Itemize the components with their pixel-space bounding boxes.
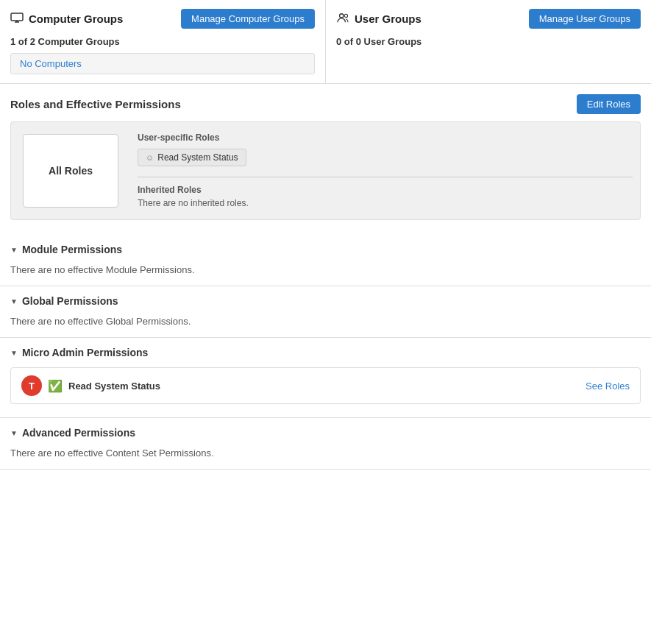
micro-admin-permission-label: Read System Status — [68, 381, 160, 392]
see-roles-link[interactable]: See Roles — [586, 381, 630, 392]
advanced-permissions-header[interactable]: ▼ Advanced Permissions — [10, 418, 641, 446]
micro-admin-permissions-content: T ✅ Read System Status See Roles — [10, 366, 641, 417]
computer-groups-label: Computer Groups — [29, 13, 123, 25]
computer-groups-header: Computer Groups Manage Computer Groups — [10, 9, 315, 29]
advanced-permissions-title: Advanced Permissions — [22, 427, 135, 439]
micro-admin-permissions-title: Micro Admin Permissions — [22, 347, 148, 358]
micro-admin-permissions-header[interactable]: ▼ Micro Admin Permissions — [10, 338, 641, 366]
module-permissions-empty: There are no effective Module Permission… — [10, 264, 195, 275]
global-permissions-section: ▼ Global Permissions There are no effect… — [0, 286, 651, 338]
computer-groups-title: Computer Groups — [10, 13, 123, 25]
global-permissions-title: Global Permissions — [22, 295, 118, 307]
svg-rect-0 — [11, 13, 23, 21]
check-circle-icon: ✅ — [48, 379, 63, 393]
user-groups-panel: User Groups Manage User Groups 0 of 0 Us… — [326, 0, 651, 83]
user-groups-count: 0 of 0 User Groups — [336, 36, 641, 47]
user-groups-title: User Groups — [336, 13, 421, 25]
global-permissions-content: There are no effective Global Permission… — [10, 314, 641, 337]
computer-groups-count: 1 of 2 Computer Groups — [10, 36, 315, 47]
monitor-icon — [10, 13, 24, 25]
read-system-status-badge[interactable]: ☺ Read System Status — [138, 149, 246, 166]
svg-point-4 — [344, 14, 347, 17]
all-roles-box: All Roles — [23, 134, 118, 208]
user-specific-roles-label: User-specific Roles — [138, 132, 633, 143]
roles-section: Roles and Effective Permissions Edit Rol… — [0, 84, 651, 235]
inherited-roles-text: There are no inherited roles. — [138, 198, 633, 208]
svg-point-3 — [340, 14, 344, 18]
micro-admin-item-left: T ✅ Read System Status — [21, 375, 160, 396]
advanced-permissions-section: ▼ Advanced Permissions There are no effe… — [0, 418, 651, 470]
roles-box: All Roles User-specific Roles ☺ Read Sys… — [10, 121, 641, 220]
module-permissions-title: Module Permissions — [22, 244, 122, 255]
micro-admin-permissions-chevron: ▼ — [10, 349, 18, 357]
advanced-permissions-empty: There are no effective Content Set Permi… — [10, 447, 214, 459]
manage-user-groups-button[interactable]: Manage User Groups — [529, 9, 641, 29]
module-permissions-chevron: ▼ — [10, 246, 18, 254]
module-permissions-header[interactable]: ▼ Module Permissions — [10, 235, 641, 263]
micro-admin-item: T ✅ Read System Status See Roles — [10, 367, 641, 404]
inherited-roles-label: Inherited Roles — [138, 185, 633, 195]
module-permissions-content: There are no effective Module Permission… — [10, 263, 641, 286]
global-permissions-empty: There are no effective Global Permission… — [10, 316, 191, 327]
top-panels: Computer Groups Manage Computer Groups 1… — [0, 0, 651, 84]
global-permissions-chevron: ▼ — [10, 297, 18, 305]
user-groups-label: User Groups — [355, 13, 421, 25]
user-role-icon: ☺ — [146, 153, 154, 162]
read-system-status-label: Read System Status — [157, 152, 238, 163]
all-roles-label: All Roles — [49, 165, 93, 177]
roles-section-header: Roles and Effective Permissions Edit Rol… — [0, 84, 651, 121]
roles-detail: User-specific Roles ☺ Read System Status… — [130, 122, 640, 219]
micro-admin-permissions-section: ▼ Micro Admin Permissions T ✅ Read Syste… — [0, 338, 651, 418]
user-groups-header: User Groups Manage User Groups — [336, 9, 641, 29]
user-group-icon — [336, 13, 349, 25]
advanced-permissions-content: There are no effective Content Set Permi… — [10, 446, 641, 469]
manage-computer-groups-button[interactable]: Manage Computer Groups — [181, 9, 315, 29]
advanced-permissions-chevron: ▼ — [10, 429, 18, 437]
computer-groups-panel: Computer Groups Manage Computer Groups 1… — [0, 0, 326, 83]
no-computers-item[interactable]: No Computers — [10, 53, 315, 74]
global-permissions-header[interactable]: ▼ Global Permissions — [10, 286, 641, 314]
edit-roles-button[interactable]: Edit Roles — [577, 94, 641, 114]
tanium-logo-icon: T — [21, 375, 42, 396]
roles-section-title: Roles and Effective Permissions — [10, 98, 181, 110]
module-permissions-section: ▼ Module Permissions There are no effect… — [0, 235, 651, 286]
